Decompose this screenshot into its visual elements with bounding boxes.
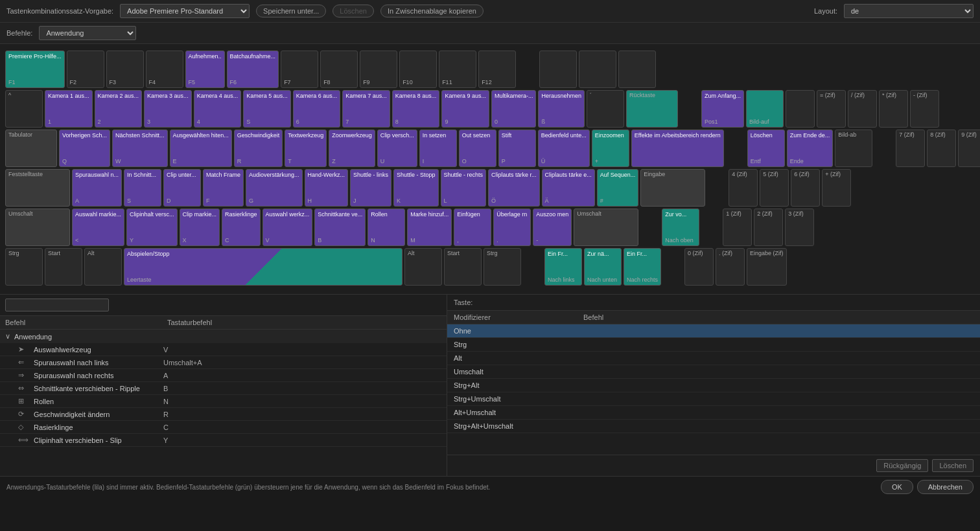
key-3-zif[interactable]: 3 (Zif) bbox=[785, 209, 814, 246]
key-r[interactable]: Geschwindigkeit R bbox=[234, 130, 283, 167]
key-alt-r[interactable]: Alt bbox=[404, 248, 442, 286]
key-l[interactable]: Shuttle - rechts L bbox=[441, 169, 487, 207]
key-scroll[interactable] bbox=[579, 51, 616, 88]
key-arrow-up[interactable]: Zur vo... Nach oben bbox=[662, 209, 699, 246]
key-assignment-item[interactable]: Strg+Umschalt bbox=[447, 392, 980, 406]
layout-select[interactable]: de bbox=[844, 4, 974, 18]
key-assignment-item[interactable]: Alt bbox=[447, 352, 980, 365]
key-i[interactable]: In setzen I bbox=[419, 130, 457, 167]
list-item[interactable]: ⇒ Spurauswahl nach rechts A bbox=[0, 369, 447, 382]
key-caret[interactable]: ^ bbox=[5, 90, 43, 128]
key-sep1[interactable] bbox=[786, 90, 815, 128]
key-f1[interactable]: Premiere Pro-Hilfe... F1 bbox=[5, 51, 65, 88]
key-plus2-zif[interactable]: + (Zif) bbox=[822, 169, 851, 207]
key-minus-zif[interactable]: - (Zif) bbox=[910, 90, 939, 128]
list-item[interactable]: ⟳ Geschwindigkeit ändern R bbox=[0, 408, 447, 421]
key-f6[interactable]: Batchaufnahme... F6 bbox=[227, 51, 279, 88]
key-mul-zif[interactable]: * (Zif) bbox=[879, 90, 908, 128]
key-backspace[interactable]: Rücktaste bbox=[626, 90, 678, 128]
key-div-zif[interactable]: / (Zif) bbox=[848, 90, 877, 128]
key-sz[interactable]: Herausnehmen ß bbox=[538, 90, 585, 128]
key-eingabe[interactable]: Eingabe bbox=[640, 169, 705, 207]
key-print[interactable] bbox=[539, 51, 577, 88]
key-arrow-right[interactable]: Ein Fr... Nach rechts bbox=[624, 248, 661, 286]
key-space[interactable]: Abspielen/Stopp Leertaste bbox=[124, 248, 402, 286]
key-lt[interactable]: Auswahl markie... < bbox=[72, 209, 124, 246]
key-p[interactable]: Stift P bbox=[498, 130, 536, 167]
key-t[interactable]: Textwerkzeug T bbox=[285, 130, 327, 167]
key-2-zif[interactable]: 2 (Zif) bbox=[754, 209, 783, 246]
key-n[interactable]: Rollen N bbox=[368, 209, 405, 246]
key-ende[interactable]: Zum Ende de... Ende bbox=[787, 130, 834, 167]
key-hash[interactable]: Auf Sequen... # bbox=[597, 169, 639, 207]
list-item[interactable]: ⊞ Rollen N bbox=[0, 395, 447, 408]
key-plus[interactable]: Einzoomen + bbox=[592, 130, 629, 167]
commands-select[interactable]: Anwendung bbox=[39, 26, 136, 40]
key-f4[interactable]: F4 bbox=[146, 51, 183, 88]
key-5-zif[interactable]: 5 (Zif) bbox=[760, 169, 789, 207]
key-7[interactable]: Kamera 7 aus... 7 bbox=[342, 90, 390, 128]
key-j[interactable]: Shuttle - links J bbox=[350, 169, 391, 207]
key-arrow-left[interactable]: Ein Fr... Nach links bbox=[544, 248, 582, 286]
key-9[interactable]: Kamera 9 aus... 9 bbox=[441, 90, 489, 128]
command-group[interactable]: ∨ Anwendung bbox=[0, 330, 447, 343]
key-entf[interactable]: Löschen Entf bbox=[747, 130, 785, 167]
key-strg-r[interactable]: Strg bbox=[484, 248, 521, 286]
key-8-zif[interactable]: 8 (Zif) bbox=[927, 130, 956, 167]
key-1[interactable]: Kamera 1 aus... 1 bbox=[45, 90, 93, 128]
key-e[interactable]: Ausgewählten hiten... E bbox=[170, 130, 232, 167]
key-7-zif[interactable]: 7 (Zif) bbox=[896, 130, 925, 167]
key-4[interactable]: Kamera 4 aus... 4 bbox=[194, 90, 242, 128]
key-dot[interactable]: Überlage rn . bbox=[493, 209, 531, 246]
key-6-zif[interactable]: 6 (Zif) bbox=[791, 169, 820, 207]
delete-button[interactable]: Löschen bbox=[332, 5, 374, 17]
search-input[interactable] bbox=[5, 299, 109, 311]
key-f11[interactable]: F11 bbox=[439, 51, 476, 88]
key-oe[interactable]: Cliplauts tärke r... Ö bbox=[488, 169, 540, 207]
key-f12[interactable]: F12 bbox=[478, 51, 516, 88]
key-dot-zif[interactable]: . (Zif) bbox=[716, 248, 745, 286]
key-umschalt-l[interactable]: Umschalt bbox=[5, 209, 70, 246]
key-f2[interactable]: F2 bbox=[67, 51, 104, 88]
key-start-l[interactable]: Start bbox=[45, 248, 82, 286]
key-3[interactable]: Kamera 3 aus... 3 bbox=[144, 90, 192, 128]
key-alt-l[interactable]: Alt bbox=[84, 248, 122, 286]
key-h[interactable]: Hand-Werkz... H bbox=[305, 169, 348, 207]
key-f5[interactable]: Aufnehmen.. F5 bbox=[185, 51, 225, 88]
key-assignment-item[interactable]: Strg+Alt bbox=[447, 379, 980, 392]
key-o[interactable]: Out setzen O bbox=[459, 130, 496, 167]
key-f10[interactable]: F10 bbox=[399, 51, 437, 88]
key-strg-l[interactable]: Strg bbox=[5, 248, 43, 286]
key-pause[interactable] bbox=[618, 51, 656, 88]
key-b[interactable]: Schnittkante ve... B bbox=[314, 209, 366, 246]
key-assignment-item[interactable]: Umschalt bbox=[447, 365, 980, 379]
key-k[interactable]: Shuttle - Stopp K bbox=[393, 169, 439, 207]
key-0-zif[interactable]: 0 (Zif) bbox=[684, 248, 714, 286]
key-f8[interactable]: F8 bbox=[320, 51, 358, 88]
key-y[interactable]: Clipinhalt versc... Y bbox=[126, 209, 178, 246]
key-q[interactable]: Vorherigen Sch... Q bbox=[59, 130, 110, 167]
löschen-button[interactable]: Löschen bbox=[932, 459, 974, 472]
key-umschalt-r[interactable]: Umschalt bbox=[574, 209, 638, 246]
cancel-button[interactable]: Abbrechen bbox=[917, 480, 974, 494]
key-d[interactable]: Clip unter... D bbox=[163, 169, 201, 207]
key-bild-ab[interactable]: Bild-ab bbox=[835, 130, 872, 167]
ok-button[interactable]: OK bbox=[881, 480, 913, 494]
key-2[interactable]: Kamera 2 aus... 2 bbox=[95, 90, 143, 128]
key-8[interactable]: Kamera 8 aus... 8 bbox=[392, 90, 440, 128]
key-arrow-down[interactable]: Zur nä... Nach unten bbox=[584, 248, 622, 286]
copy-button[interactable]: In Zwischenablage kopieren bbox=[380, 5, 484, 17]
key-assignment-item[interactable]: Alt+Umschalt bbox=[447, 406, 980, 420]
key-m[interactable]: Marke hinzuf... M bbox=[407, 209, 452, 246]
key-bild-auf[interactable]: Bild-auf bbox=[746, 90, 784, 128]
key-0[interactable]: Multikamera-... 0 bbox=[491, 90, 537, 128]
key-start-r[interactable]: Start bbox=[444, 248, 482, 286]
key-pos1[interactable]: Zum Anfang... Pos1 bbox=[701, 90, 744, 128]
preset-select[interactable]: Adobe Premiere Pro-Standard bbox=[120, 4, 250, 18]
key-1-zif[interactable]: 1 (Zif) bbox=[723, 209, 752, 246]
key-s[interactable]: In Schnitt... S bbox=[124, 169, 161, 207]
key-6[interactable]: Kamera 6 aus... 6 bbox=[293, 90, 341, 128]
key-f9[interactable]: F9 bbox=[360, 51, 397, 88]
key-9-zif[interactable]: 9 (Zif) bbox=[958, 130, 980, 167]
key-c[interactable]: Rasierklinge C bbox=[222, 209, 261, 246]
